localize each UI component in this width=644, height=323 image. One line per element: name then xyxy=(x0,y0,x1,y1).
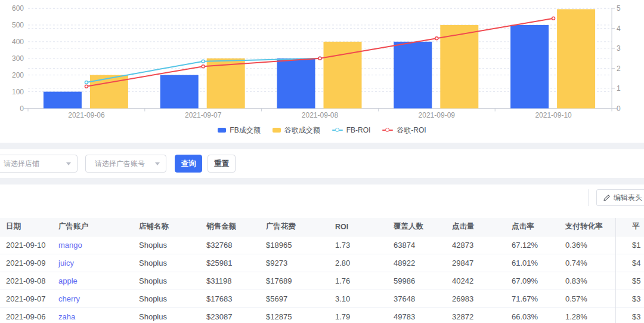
legend-label: FB成交额 xyxy=(230,125,260,136)
edit-header-button[interactable]: 编辑表头 xyxy=(596,189,644,206)
table-cell: Shoplus xyxy=(133,254,200,272)
table-cell: mango xyxy=(52,236,133,254)
table-cell: apple xyxy=(52,272,133,290)
legend-bar-swatch xyxy=(218,128,226,133)
right-axis-tick-label: 1 xyxy=(617,84,621,93)
column-header-10: 支付转化率 xyxy=(559,218,626,236)
table-row: 2021-09-08appleShoplus$31198$176891.7659… xyxy=(0,272,644,290)
table-cell: 67.09% xyxy=(506,272,559,290)
marker-FB-ROI xyxy=(85,81,88,84)
query-button[interactable]: 查询 xyxy=(175,155,202,173)
legend-label: FB-ROI xyxy=(346,126,371,134)
right-axis-tick-label: 5 xyxy=(617,4,621,13)
marker-谷歌-ROI xyxy=(435,37,438,40)
chart-card: 01002003004005006000123452021-09-062021-… xyxy=(0,0,644,143)
ad-account-link[interactable]: apple xyxy=(58,276,78,285)
table-row: 2021-09-09juicyShoplus$25981$92732.80489… xyxy=(0,254,644,272)
table-cell: $17689 xyxy=(260,272,329,290)
reset-button[interactable]: 重置 xyxy=(208,155,236,173)
ad-account-select-placeholder: 请选择广告账号 xyxy=(95,159,145,168)
table-cell: 2021-09-09 xyxy=(0,254,52,272)
table-cell: 0.83% xyxy=(559,272,626,290)
table-cell: $17683 xyxy=(200,290,260,307)
x-axis-category-label: 2021-09-09 xyxy=(419,111,456,119)
table-wrapper: 日期广告账户店铺名称销售金额广告花费ROI覆盖人数点击量点击率支付转化率平 20… xyxy=(0,218,644,323)
table-row: 2021-09-10mangoShoplus$32768$189651.7363… xyxy=(0,236,644,254)
table-header-row: 日期广告账户店铺名称销售金额广告花费ROI覆盖人数点击量点击率支付转化率平 xyxy=(0,218,644,236)
table-cell: 0.57% xyxy=(559,290,626,307)
left-axis-tick-label: 400 xyxy=(12,38,24,46)
legend-item-谷歌成交额[interactable]: 谷歌成交额 xyxy=(273,125,320,136)
table-cell: $12875 xyxy=(260,307,329,323)
table-cell: 40242 xyxy=(446,272,506,290)
left-axis-tick-label: 600 xyxy=(12,4,24,13)
column-header-11: 平 xyxy=(626,218,644,236)
legend-line-swatch xyxy=(382,127,393,133)
bar-谷歌成交额 xyxy=(557,9,595,108)
marker-谷歌-ROI xyxy=(552,17,555,20)
table-cell: 1.79 xyxy=(329,307,388,323)
table-cell: 61.01% xyxy=(506,254,559,272)
toolbar-divider xyxy=(588,189,589,206)
ad-account-link[interactable]: juicy xyxy=(58,259,74,267)
shop-select-placeholder: 请选择店铺 xyxy=(4,159,39,168)
column-header-2: 广告账户 xyxy=(52,218,133,236)
left-axis-tick-label: 500 xyxy=(12,21,24,29)
data-table: 日期广告账户店铺名称销售金额广告花费ROI覆盖人数点击量点击率支付转化率平 20… xyxy=(0,218,644,323)
table-cell: 0.74% xyxy=(559,254,626,272)
bar-FB成交额 xyxy=(394,42,432,109)
column-header-6: ROI xyxy=(329,218,388,236)
table-cell: $23087 xyxy=(200,307,260,323)
table-cell: 42873 xyxy=(446,236,506,254)
column-header-9: 点击率 xyxy=(506,218,559,236)
table-cell: 67.12% xyxy=(506,236,559,254)
table-cell: $25981 xyxy=(200,254,260,272)
left-axis-tick-label: 200 xyxy=(12,71,24,79)
table-cell: 59986 xyxy=(388,272,446,290)
table-cell: 1.76 xyxy=(329,272,388,290)
table-cell: 2.80 xyxy=(329,254,388,272)
shop-select[interactable]: 请选择店铺 xyxy=(0,155,78,173)
legend-item-谷歌-ROI[interactable]: 谷歌-ROI xyxy=(382,125,426,136)
bar-FB成交额 xyxy=(277,59,315,109)
table-cell: $18965 xyxy=(260,236,329,254)
table-cell: 0.36% xyxy=(559,236,626,254)
table-cell: 1.73 xyxy=(329,236,388,254)
table-cell: 2021-09-08 xyxy=(0,272,52,290)
edit-header-label: 编辑表头 xyxy=(614,193,642,203)
table-cell: Shoplus xyxy=(133,236,200,254)
column-header-1: 日期 xyxy=(0,218,52,236)
table-cell: zaha xyxy=(52,307,133,323)
table-cell: 2021-09-06 xyxy=(0,307,52,323)
ad-account-select[interactable]: 请选择广告账号 xyxy=(85,155,166,173)
bar-谷歌成交额 xyxy=(440,25,478,109)
ad-account-link[interactable]: mango xyxy=(58,241,82,250)
column-header-5: 广告花费 xyxy=(260,218,329,236)
ad-account-link[interactable]: cherry xyxy=(58,294,80,303)
table-cell: Shoplus xyxy=(133,272,200,290)
x-axis-category-label: 2021-09-08 xyxy=(302,111,339,119)
x-axis-category-label: 2021-09-06 xyxy=(68,111,105,119)
table-cell: 29847 xyxy=(446,254,506,272)
chevron-down-icon xyxy=(66,162,71,165)
bar-FB成交额 xyxy=(510,25,549,109)
fixed-column-divider xyxy=(615,218,616,323)
table-cell: Shoplus xyxy=(133,290,200,307)
bar-FB成交额 xyxy=(44,92,82,109)
left-axis-tick-label: 300 xyxy=(12,54,24,63)
combo-chart-svg: 01002003004005006000123452021-09-062021-… xyxy=(0,0,644,122)
pencil-icon xyxy=(603,194,611,202)
table-cell: 63874 xyxy=(388,236,446,254)
table-cell: $31198 xyxy=(200,272,260,290)
table-cell: $3 xyxy=(626,307,644,323)
ad-account-link[interactable]: zaha xyxy=(58,312,75,321)
table-cell: $5697 xyxy=(260,290,329,307)
chart-legend: FB成交额谷歌成交额FB-ROI谷歌-ROI xyxy=(0,125,644,136)
table-cell: $4 xyxy=(626,254,644,272)
legend-bar-swatch xyxy=(273,128,281,133)
legend-item-FB-ROI[interactable]: FB-ROI xyxy=(332,126,371,134)
column-header-8: 点击量 xyxy=(446,218,506,236)
table-cell: $1 xyxy=(626,236,644,254)
table-cell: Shoplus xyxy=(133,307,200,323)
legend-item-FB成交额[interactable]: FB成交额 xyxy=(218,125,260,136)
